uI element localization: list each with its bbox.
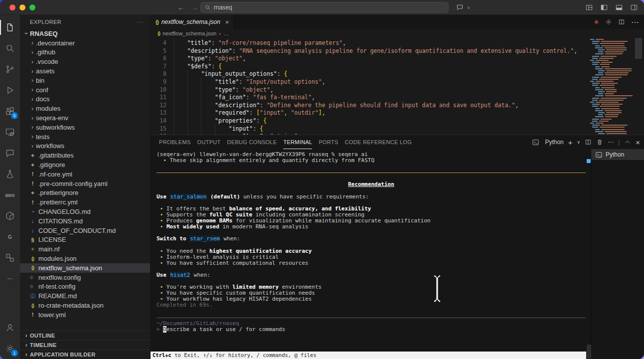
panel-tab-code-reference-log[interactable]: CODE REFERENCE LOG — [345, 135, 412, 149]
tree-folder[interactable]: ›seqera-env — [20, 113, 150, 123]
tree-item-label: .nf-core.yml — [38, 171, 72, 178]
tree-folder[interactable]: ›.devcontainer — [20, 38, 150, 48]
minimize-window-button[interactable] — [19, 4, 25, 10]
tree-folder[interactable]: ›workflows — [20, 142, 150, 151]
tree-item-label: .vscode — [36, 58, 58, 65]
code-token: { — [263, 117, 267, 125]
activity-item-explorer[interactable] — [0, 17, 20, 38]
tree-file[interactable]: !.prettierrc.yml — [20, 197, 150, 207]
tree-file[interactable]: ✳main.nf — [20, 244, 150, 254]
tree-file[interactable]: nextflow.config — [20, 273, 150, 282]
panel-tab-ports[interactable]: PORTS — [319, 135, 338, 149]
terminal-line: > Describe a task or use / for commands — [157, 327, 591, 333]
tree-file[interactable]: {}ro-crate-metadata.json — [20, 301, 150, 310]
zoom-window-button[interactable] — [29, 4, 35, 10]
command-center-search[interactable]: rnaseq — [200, 2, 449, 13]
activity-item-extensions[interactable]: 5 — [0, 101, 20, 122]
activity-item-search[interactable] — [0, 38, 20, 59]
tab-nextflow-schema[interactable]: {} nextflow_schema.json × — [151, 15, 234, 29]
tree-file[interactable]: ◔CHANGELOG.md — [20, 207, 150, 216]
code-editor[interactable]: 4"title": "nf-core/rnaseq pipeline param… — [151, 38, 644, 135]
tree-folder[interactable]: ›tests — [20, 132, 150, 142]
kill-terminal-icon[interactable] — [596, 139, 603, 146]
tree-folder[interactable]: ›bin — [20, 76, 150, 85]
tree-folder[interactable]: ›subworkflows — [20, 123, 150, 132]
tree-folder[interactable]: ›docs — [20, 95, 150, 104]
section-timeline[interactable]: ›TIMELINE — [20, 340, 150, 350]
tree-file[interactable]: ◆.gitattributes — [20, 151, 150, 160]
toggle-primary-sidebar-icon[interactable] — [600, 3, 608, 11]
tree-file[interactable]: ↓CODE_OF_CONDUCT.md — [20, 226, 150, 235]
customize-layout-icon[interactable] — [585, 3, 593, 11]
activity-item-chat[interactable] — [0, 143, 20, 164]
panel-tab-problems[interactable]: PROBLEMS — [159, 135, 191, 149]
code-token: "nf-core/rnaseq pipeline parameters" — [218, 39, 342, 47]
tree-file[interactable]: §LICENSE — [20, 235, 150, 245]
tree-folder[interactable]: ›modules — [20, 104, 150, 113]
split-terminal-icon[interactable] — [585, 139, 592, 146]
terminal-scrollbar-thumb[interactable] — [587, 345, 591, 359]
activity-item-settings[interactable]: 1 — [0, 338, 20, 359]
tree-file[interactable]: {}nextflow_schema.json — [20, 263, 150, 273]
tree-root-rnaseq[interactable]: › RNASEQ — [20, 29, 150, 38]
close-panel-icon[interactable]: × — [636, 138, 640, 147]
activity-item-run-debug[interactable] — [0, 80, 20, 101]
terminal-scroll-indicator — [587, 159, 591, 163]
tree-file[interactable]: !tower.yml — [20, 310, 150, 320]
indent-guide — [173, 70, 187, 78]
activity-item-gitlens[interactable]: G — [0, 226, 20, 247]
section-outline[interactable]: ›OUTLINE — [20, 331, 150, 340]
code-token: , — [574, 47, 577, 55]
tree-folder[interactable]: ›conf — [20, 85, 150, 95]
activity-item-source-control[interactable] — [0, 59, 20, 80]
activity-item-aws[interactable]: aws — [0, 184, 20, 205]
maximize-panel-icon[interactable] — [624, 139, 631, 146]
activity-item-accounts[interactable] — [0, 317, 20, 338]
more-actions-icon[interactable]: ⋯ — [631, 17, 639, 27]
explorer-more-actions-icon[interactable]: ··· — [137, 19, 144, 25]
tree-file[interactable]: !.pre-commit-config.yaml — [20, 179, 150, 188]
panel-tab-debug-console[interactable]: DEBUG CONSOLE — [227, 135, 277, 149]
tree-file[interactable]: {}modules.json — [20, 254, 150, 263]
panel-tab-output[interactable]: OUTPUT — [197, 135, 221, 149]
tree-folder[interactable]: ›assets — [20, 66, 150, 76]
terminal-actions: Python+∨⋯|× — [532, 138, 640, 147]
activity-item-testing[interactable] — [0, 164, 20, 184]
activity-item-components[interactable] — [0, 247, 20, 268]
nav-forward-icon[interactable]: → — [191, 3, 198, 11]
run-highlight-icon[interactable]: ✳ — [594, 18, 599, 26]
new-terminal-icon[interactable]: + — [568, 138, 573, 147]
tree-folder[interactable]: ›.vscode — [20, 57, 150, 66]
tree-file[interactable]: ◆.gitignore — [20, 160, 150, 170]
more-actions-icon[interactable]: ⋯ — [608, 139, 614, 146]
launch-profile-dropdown-icon[interactable]: ∨ — [577, 140, 581, 145]
tree-file[interactable]: ◆.prettierignore — [20, 188, 150, 198]
section-application-builder[interactable]: ›APPLICATION BUILDER — [20, 350, 150, 359]
tree-file[interactable]: !.nf-core.yml — [20, 170, 150, 179]
terminal[interactable]: (seqera-env) llewelyn-van-der-berg@KTW2Y… — [151, 149, 591, 359]
copilot-menu[interactable]: ∨ — [456, 3, 472, 11]
minimap[interactable] — [589, 39, 631, 135]
terminal-list-item[interactable]: Python — [591, 149, 644, 160]
terminal-text: Supports the — [163, 211, 209, 218]
tree-folder[interactable]: ›.github — [20, 48, 150, 57]
activity-item-more[interactable]: ··· — [0, 268, 20, 289]
code-token: , — [270, 86, 274, 94]
code-token: "input" — [260, 109, 284, 117]
close-window-button[interactable] — [9, 4, 15, 10]
breadcrumb[interactable]: {} nextflow_schema.json › … — [151, 29, 644, 38]
activity-item-package[interactable] — [0, 205, 20, 226]
nav-back-icon[interactable]: ← — [177, 3, 184, 11]
tree-file[interactable]: nf-test.config — [20, 282, 150, 292]
editor-scrollbar-thumb[interactable] — [635, 38, 642, 59]
activity-item-remote-explorer[interactable] — [0, 122, 20, 143]
settings-gear-icon[interactable] — [605, 18, 612, 25]
tree-file[interactable]: ⓘREADME.md — [20, 291, 150, 301]
split-editor-icon[interactable] — [618, 18, 625, 25]
toggle-secondary-sidebar-icon[interactable] — [630, 3, 638, 11]
tree-file[interactable]: ↓CITATIONS.md — [20, 216, 150, 226]
code-token: : — [253, 125, 260, 133]
close-tab-icon[interactable]: × — [225, 18, 229, 26]
panel-tab-terminal[interactable]: TERMINAL — [283, 135, 312, 149]
toggle-panel-icon[interactable] — [615, 3, 623, 11]
